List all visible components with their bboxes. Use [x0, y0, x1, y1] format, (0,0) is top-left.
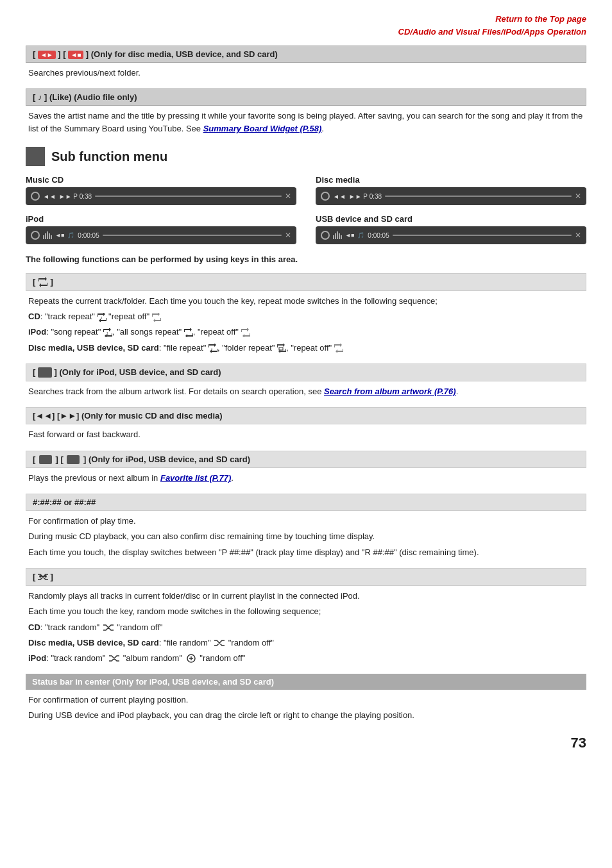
cd-progress-bar[interactable]	[95, 196, 282, 197]
fast-forward-header: [◄◄] [►►] (Only for music CD and disc me…	[26, 407, 586, 424]
section-subtitle-link[interactable]: CD/Audio and Visual Files/iPod/Apps Oper…	[26, 26, 586, 38]
top-navigation: Return to the Top page CD/Audio and Visu…	[26, 13, 586, 38]
players-grid: Music CD ◄◄ ►► P 0:38 ✕ Disc media ◄◄ ►►…	[26, 175, 586, 244]
disc-progress-bar[interactable]	[385, 196, 572, 197]
like-body: Saves the artist name and the title by p…	[26, 110, 586, 135]
ipod-track-random-icon	[109, 653, 119, 664]
like-section: [ ♪ ] (Like) (Audio file only) Saves the…	[26, 88, 586, 135]
time-display-section: #:##:## or ##:## For confirmation of pla…	[26, 494, 586, 558]
music-cd-section: Music CD ◄◄ ►► P 0:38 ✕	[26, 175, 296, 205]
cd-shuffle-icon[interactable]: ✕	[285, 192, 291, 201]
usb-track-icon	[333, 231, 342, 239]
ipod-track-icon	[43, 231, 52, 239]
disc-only-header-text: [ ◄► ] [ ◄■ ] [ ◄► ] [ ◄■ ] (Only for di…	[33, 49, 278, 59]
usb-progress-bar[interactable]	[393, 235, 572, 236]
disc-random-icon	[214, 638, 225, 648]
svg-text:1: 1	[211, 347, 213, 351]
repeat-body: Repeats the current track/folder. Each t…	[26, 295, 586, 355]
disc-folder-repeat-icon	[277, 344, 286, 353]
repeat-icon	[38, 277, 48, 287]
disc-media-section: Disc media ◄◄ ►► P 0:38 ✕	[316, 175, 586, 205]
svg-rect-3	[279, 347, 283, 350]
disc-media-player: ◄◄ ►► P 0:38 ✕	[316, 187, 586, 205]
album-artwork-section: [ ] (Only for iPod, USB device, and SD c…	[26, 363, 586, 399]
ipod-repeat-on-icon: 1	[103, 328, 112, 337]
disc-only-header: [ ◄► ] [ ◄■ ] [ ◄► ] [ ◄■ ] (Only for di…	[26, 46, 586, 63]
sub-function-menu-title: Sub function menu	[26, 147, 586, 166]
shuffle-icon	[38, 572, 48, 582]
prev-album-icon	[39, 455, 52, 464]
album-artwork-link[interactable]: Search from album artwork (P.76)	[324, 387, 456, 396]
prev-next-album-section: [ ] [ ] (Only for iPod, USB device, and …	[26, 451, 586, 485]
ipod-shuffle-icon[interactable]: ✕	[285, 231, 291, 240]
disc-shuffle-icon[interactable]: ✕	[575, 192, 581, 201]
repeat-header: [ ]	[26, 273, 586, 292]
disc-media-label: Disc media	[316, 175, 586, 185]
cd-circle-btn[interactable]	[31, 192, 40, 201]
disc-only-section: [ ◄► ] [ ◄■ ] [ ◄► ] [ ◄■ ] (Only for di…	[26, 46, 586, 79]
ipod-repeat-off-icon	[241, 328, 250, 337]
like-header: [ ♪ ] (Like) (Audio file only)	[26, 88, 586, 106]
shuffle-section: [ ] Randomly plays all tracks in current…	[26, 568, 586, 665]
disc-rewind-btn[interactable]: ◄◄	[333, 193, 346, 200]
next-album-icon	[67, 455, 80, 464]
time-display-header: #:##:## or ##:##	[26, 494, 586, 511]
ipod-all-repeat-icon	[184, 328, 193, 337]
disc-circle-btn[interactable]	[321, 192, 330, 201]
usb-sd-section: USB device and SD card ◄■ 🎵 0:00:05 ✕	[316, 214, 586, 244]
music-cd-label: Music CD	[26, 175, 296, 185]
ipod-album-random-icon	[186, 653, 196, 664]
page-number: 73	[26, 735, 586, 751]
status-bar-body: For confirmation of current playing posi…	[26, 694, 586, 722]
ipod-circle-btn[interactable]	[31, 231, 40, 240]
repeat-section: [ ] Repeats the current track/folder. Ea…	[26, 273, 586, 355]
album-artwork-icon	[38, 367, 52, 378]
fast-forward-section: [◄◄] [►►] (Only for music CD and disc me…	[26, 407, 586, 441]
time-display-body: For confirmation of play time. During mu…	[26, 515, 586, 558]
music-cd-player: ◄◄ ►► P 0:38 ✕	[26, 187, 296, 205]
disc-only-body: Searches previous/next folder.	[26, 67, 586, 79]
usb-sd-player: ◄■ 🎵 0:00:05 ✕	[316, 226, 586, 244]
status-bar-section: Status bar in center (Only for iPod, USB…	[26, 674, 586, 722]
return-top-link[interactable]: Return to the Top page	[26, 13, 586, 26]
cd-repeat-off-icon	[152, 313, 161, 322]
usb-prev-btn[interactable]: ◄■	[345, 232, 354, 238]
sub-func-icon	[26, 147, 45, 166]
cd-repeat-on-icon: 1	[98, 313, 106, 322]
summary-board-link[interactable]: Summary Board Widget (P.58)	[203, 124, 322, 133]
svg-text:1: 1	[101, 316, 103, 320]
ipod-label: iPod	[26, 214, 296, 224]
favorite-list-link[interactable]: Favorite list (P.77)	[160, 473, 231, 483]
album-artwork-header: [ ] (Only for iPod, USB device, and SD c…	[26, 363, 586, 382]
disc-file-repeat-icon: 1	[208, 344, 217, 353]
shuffle-header: [ ]	[26, 568, 586, 587]
usb-shuffle-icon[interactable]: ✕	[575, 231, 581, 240]
ipod-progress-bar[interactable]	[103, 235, 282, 236]
ipod-player: ◄■ 🎵 0:00:05 ✕	[26, 226, 296, 244]
status-bar-header: Status bar in center (Only for iPod, USB…	[26, 674, 586, 690]
fast-forward-body: Fast forward or fast backward.	[26, 428, 586, 441]
usb-album-icon: 🎵	[357, 232, 364, 238]
cd-rewind-btn[interactable]: ◄◄	[43, 193, 56, 200]
following-line: The following functions can be performed…	[26, 253, 586, 266]
cd-random-icon	[103, 622, 114, 633]
disc-repeat-off-icon	[334, 344, 343, 353]
usb-circle-btn[interactable]	[321, 231, 330, 240]
ipod-album-icon: 🎵	[67, 232, 74, 238]
ipod-section: iPod ◄■ 🎵 0:00:05 ✕	[26, 214, 296, 244]
prev-next-body: Plays the previous or next album in Favo…	[26, 472, 586, 485]
prev-next-header: [ ] [ ] (Only for iPod, USB device, and …	[26, 451, 586, 469]
svg-text:1: 1	[106, 331, 108, 335]
usb-sd-label: USB device and SD card	[316, 214, 586, 224]
shuffle-body: Randomly plays all tracks in current fol…	[26, 590, 586, 665]
ipod-prev-btn[interactable]: ◄■	[55, 232, 64, 238]
album-artwork-body: Searches track from the album artwork li…	[26, 385, 586, 398]
